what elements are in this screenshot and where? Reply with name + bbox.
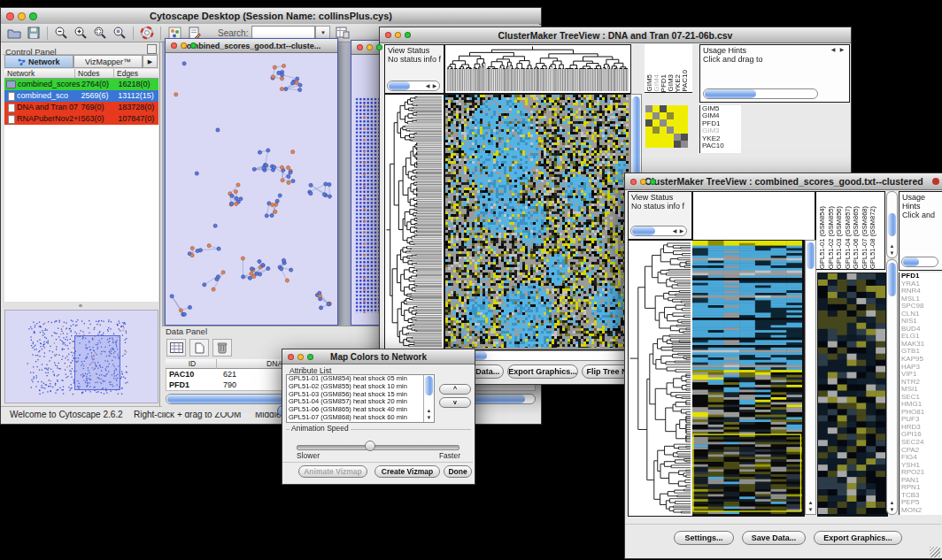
help-button[interactable] — [138, 25, 156, 41]
attribute-list-item[interactable]: GPL51-07 (GSM868) heat shock 60 min — [287, 414, 423, 422]
zoom-window-icon[interactable] — [650, 179, 656, 185]
zoom-matrix-cell — [667, 127, 674, 134]
zoom-window-icon[interactable] — [190, 42, 197, 49]
animation-speed-slider[interactable] — [365, 441, 375, 451]
scroll-left-icon[interactable]: ◀ — [671, 226, 678, 235]
scroll-down-icon[interactable]: ▼ — [887, 507, 897, 513]
zoom-window-icon[interactable] — [29, 12, 37, 20]
treeview1-titlebar[interactable]: ClusterMaker TreeView : DNA and Tran 07-… — [380, 27, 851, 43]
tv2-zoom-heatmap[interactable] — [817, 272, 888, 517]
save-session-button[interactable] — [25, 25, 42, 41]
network-view-canvas[interactable] — [166, 52, 336, 323]
network-view-titlebar[interactable]: combined_scores_good.txt--cluste... — [166, 39, 337, 53]
scroll-right-icon[interactable]: ▶ — [678, 226, 685, 235]
resize-grip[interactable] — [930, 547, 940, 557]
dialog-titlebar[interactable]: Map Colors to Network — [282, 349, 475, 364]
zoom-fit-button[interactable] — [91, 25, 109, 41]
scroll-up-icon[interactable]: ▲ — [806, 500, 815, 506]
tv1-export-graphics-button[interactable]: Export Graphics... — [507, 364, 578, 379]
close-icon[interactable] — [6, 12, 14, 20]
tv2-heatmap[interactable] — [692, 240, 805, 517]
open-session-button[interactable] — [5, 25, 23, 41]
tab-network[interactable]: Network — [4, 55, 73, 68]
main-titlebar[interactable]: Cytoscape Desktop (Session Name: collins… — [1, 8, 541, 25]
attribute-list-vscrollbar[interactable]: ▲ ▼ — [423, 375, 434, 422]
treeview2-titlebar[interactable]: ClusterMaker TreeView : combined_scores_… — [625, 173, 942, 190]
tv2-row-dendrogram[interactable] — [628, 240, 693, 517]
tv2-column-dendrogram[interactable] — [692, 191, 815, 241]
network-table-row[interactable]: combined_sco2569(6)13112(15) — [4, 90, 158, 102]
scroll-up-icon[interactable]: ▲ — [424, 408, 434, 414]
scroll-down-icon[interactable]: ▼ — [806, 507, 815, 513]
tab-overflow-button[interactable]: ▶ — [143, 55, 158, 68]
tv1-gene-label[interactable]: PAC10 — [700, 142, 741, 150]
move-up-button[interactable]: ^ — [439, 384, 471, 395]
tv1-row-dendrogram[interactable] — [384, 94, 444, 350]
toolbar-separator — [133, 27, 134, 40]
minimize-icon[interactable] — [181, 42, 187, 49]
zoom-in-button[interactable] — [72, 25, 89, 41]
minimize-icon[interactable] — [18, 12, 26, 20]
network-table-row[interactable]: RNAPuberNov2+I563(0)107847(0) — [4, 113, 158, 125]
data-col-id[interactable]: ID — [166, 359, 217, 369]
network-table-row[interactable]: DNA and Tran 07769(0)183728(0) — [4, 102, 158, 113]
close-icon[interactable] — [288, 354, 294, 360]
float-panel-icon[interactable] — [147, 44, 157, 54]
tv1-heatmap[interactable] — [444, 94, 631, 350]
minimize-icon[interactable] — [395, 32, 401, 38]
panel-splitter[interactable] — [4, 302, 158, 310]
tv2-gene-label[interactable]: MON2 — [900, 507, 942, 515]
scroll-down-icon[interactable]: ▼ — [424, 415, 434, 421]
tv1-column-dendrogram[interactable] — [444, 44, 631, 94]
tv1-usage-hints-message: Click and drag to — [700, 55, 849, 64]
col-header-network[interactable]: Network — [4, 69, 75, 79]
close-icon[interactable] — [357, 44, 363, 50]
create-vizmap-button[interactable]: Create Vizmap — [374, 465, 440, 478]
animate-vizmap-button[interactable]: Animate Vizmap — [298, 465, 367, 478]
tv1-zoom-matrix[interactable] — [645, 105, 688, 148]
tv2-genes-vscrollbar[interactable]: ▲ ▼ — [886, 259, 898, 515]
close-icon[interactable] — [171, 42, 177, 49]
tv2-usage-hints-scrollbar[interactable] — [901, 257, 938, 267]
minimize-icon[interactable] — [297, 354, 304, 360]
tv2-export-graphics-button[interactable]: Export Graphics... — [814, 531, 902, 545]
tv2-settings-button[interactable]: Settings... — [674, 531, 734, 545]
data-id-cell: PFD1 — [166, 380, 220, 390]
overview-selection-rect[interactable] — [74, 335, 120, 390]
tv1-view-status-scrollbar[interactable]: ◀ ▶ — [387, 81, 440, 91]
close-button[interactable] — [932, 178, 939, 185]
network-table-row[interactable]: combined_scores2764(0)16218(0) — [4, 79, 158, 90]
scroll-up-icon[interactable]: ▲ — [887, 500, 897, 506]
col-header-nodes[interactable]: Nodes — [75, 69, 114, 79]
scroll-down-icon[interactable]: ▼ — [887, 250, 897, 257]
tab-vizmapper[interactable]: VizMapper™ — [73, 55, 143, 68]
network-tree-area[interactable] — [4, 125, 158, 303]
zoom-window-icon[interactable] — [376, 44, 382, 50]
tv2-labels-vscrollbar[interactable]: ▲ ▼ — [886, 191, 898, 258]
col-header-edges[interactable]: Edges — [114, 69, 158, 79]
minimize-icon[interactable] — [640, 179, 646, 185]
tv2-save-data-button[interactable]: Save Data... — [742, 531, 806, 545]
tv2-view-status-scrollbar[interactable]: ◀ ▶ — [630, 226, 687, 236]
tv1-usage-hints-scrollbar[interactable] — [703, 88, 818, 99]
scroll-right-icon[interactable]: ▶ — [838, 45, 845, 56]
zoom-window-icon[interactable] — [405, 32, 411, 38]
move-down-button[interactable]: v — [439, 397, 471, 408]
close-icon[interactable] — [630, 179, 637, 185]
zoom-out-button[interactable] — [52, 25, 70, 41]
scroll-left-icon[interactable]: ◀ — [424, 81, 431, 90]
close-icon[interactable] — [385, 32, 391, 38]
minimize-icon[interactable] — [367, 44, 373, 50]
delete-attribute-button[interactable] — [212, 339, 232, 357]
zoom-window-icon[interactable] — [307, 354, 313, 360]
select-attributes-button[interactable] — [166, 339, 186, 357]
done-button[interactable]: Done — [444, 465, 472, 478]
create-attribute-button[interactable] — [189, 339, 209, 357]
animation-speed-track[interactable] — [297, 445, 459, 450]
tv2-heatmap-vscrollbar[interactable]: ▲ ▼ — [805, 240, 816, 515]
scroll-right-icon[interactable]: ▶ — [431, 81, 438, 90]
scroll-up-icon[interactable]: ▲ — [887, 243, 897, 249]
scroll-left-icon[interactable]: ◀ — [830, 45, 837, 56]
zoom-selected-button[interactable] — [111, 25, 128, 41]
search-label: Search: — [218, 28, 248, 38]
